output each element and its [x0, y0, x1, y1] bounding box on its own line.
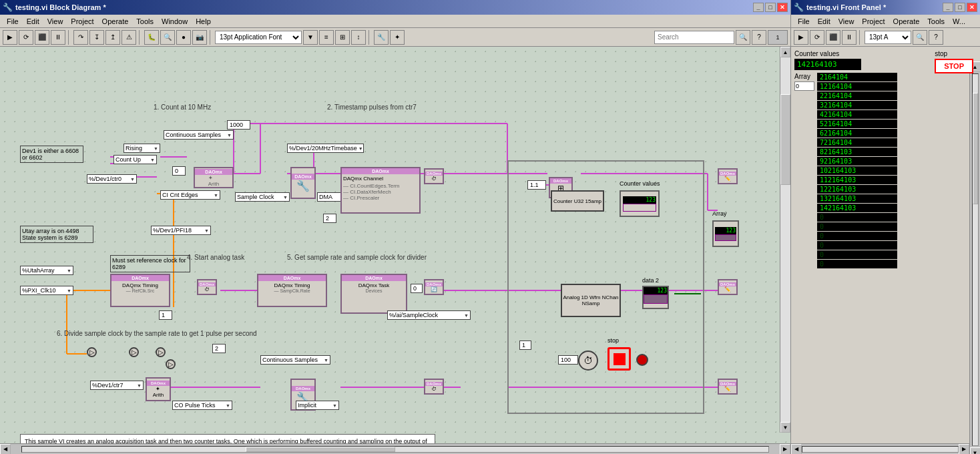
vscroll-down[interactable]: ▼ [780, 422, 790, 433]
array-val-19[interactable]: 0 [817, 250, 897, 259]
array-val-7[interactable]: 72164104 [817, 138, 897, 147]
array-val-3[interactable]: 32164104 [817, 101, 897, 109]
fp-font[interactable]: 13pt A [865, 31, 911, 44]
menu-window[interactable]: Window [158, 16, 192, 27]
num-1000[interactable]: 1000 [227, 120, 250, 130]
num-2[interactable]: 2 [323, 214, 336, 223]
sample-clock[interactable]: Sample Clock ▼ [235, 192, 290, 202]
bd-vscroll[interactable]: ▲ ▼ [780, 47, 790, 433]
daqmx-node-bottom-1[interactable]: DAOmx ✦Arith [146, 377, 171, 401]
array-index[interactable]: 0 [794, 81, 814, 91]
daqmx-node-bottom-3[interactable]: DAOmx ⏱ [424, 379, 444, 395]
run-continuously-button[interactable]: ⟳ [19, 30, 33, 45]
array-display[interactable]: 123 [712, 220, 739, 247]
fp-run-cont[interactable]: ⟳ [810, 30, 824, 45]
num-1-bottom[interactable]: 1 [519, 340, 531, 350]
menu-tools[interactable]: Tools [132, 16, 158, 27]
array-val-17[interactable]: 0 [817, 232, 897, 240]
co-pulse-ticks[interactable]: CO Pulse Ticks ▼ [172, 401, 232, 410]
daqmx-node-bottom-4[interactable]: DAOmx ✏️ [718, 379, 738, 395]
array-val-10[interactable]: 102164103 [817, 166, 897, 175]
extra-btn-1[interactable]: 🔧 [374, 30, 389, 45]
array-val-15[interactable]: 0 [817, 213, 897, 222]
fp-help[interactable]: ? [929, 30, 943, 45]
hscroll-thumb[interactable] [246, 447, 395, 452]
dev1-ctr0[interactable]: %/Dev1/ctr0 ▼ [87, 174, 137, 184]
daqmx-timing-2[interactable]: DAOmx DAQmx Timing — SampClk.Rate [257, 274, 327, 307]
dev1-ctr7[interactable]: %Dev1/ctr7 ▼ [90, 381, 144, 390]
fp-menu-window[interactable]: W... [949, 16, 969, 27]
search-icon[interactable]: 🔍 [736, 30, 750, 45]
rising-enum[interactable]: Rising ▼ [124, 144, 160, 153]
step-over-button[interactable]: ↷ [73, 30, 88, 45]
array-val-12[interactable]: 122164103 [817, 185, 897, 194]
array-val-8[interactable]: 82164103 [817, 148, 897, 156]
bd-hscroll[interactable]: ◀ ▶ [0, 443, 790, 454]
daqmx-timing-1[interactable]: DAOmx DAQmx Timing — RefClk.Src [110, 274, 170, 307]
div-element-1[interactable]: ▷ [87, 347, 97, 357]
menu-help[interactable]: Help [192, 16, 215, 27]
fp-minimize[interactable]: _ [943, 3, 953, 12]
num-0[interactable]: 0 [172, 166, 186, 176]
close-button[interactable]: ✕ [777, 3, 788, 12]
abort-button[interactable]: ⬛ [35, 30, 49, 45]
font-size-up[interactable]: ▼ [303, 30, 318, 45]
div-element-2[interactable]: ▷ [129, 347, 139, 357]
snap-button[interactable]: 📷 [192, 30, 207, 45]
daqmx-node-7[interactable]: DAOmx 🔄 [424, 279, 444, 295]
search-input[interactable] [654, 31, 734, 44]
array-val-6[interactable]: 62164104 [817, 129, 897, 138]
array-val-13[interactable]: 132164103 [817, 194, 897, 203]
step-into-button[interactable]: ↧ [89, 30, 104, 45]
extra-btn-2[interactable]: ✦ [390, 30, 405, 45]
div-element-3[interactable]: ▷ [156, 347, 166, 357]
pause-button[interactable]: ⏸ [51, 30, 65, 45]
fp-menu-edit[interactable]: Edit [814, 16, 834, 27]
debug-button[interactable]: 🐛 [144, 30, 159, 45]
array-val-5[interactable]: 52164104 [817, 120, 897, 128]
fp-menu-project[interactable]: Project [858, 16, 889, 27]
ai-sample-clock[interactable]: %/ai/SampleClock ▼ [387, 310, 471, 320]
menu-operate[interactable]: Operate [98, 16, 133, 27]
daqmx-node-2[interactable]: DAOmx 🔧 [290, 167, 316, 199]
run-button[interactable]: ▶ [3, 30, 17, 45]
array-val-14[interactable]: 142164103 [817, 204, 897, 212]
daqmx-node-5[interactable]: DAOmx ✏️ [718, 168, 738, 184]
menu-project[interactable]: Project [67, 16, 97, 27]
step-out-button[interactable]: ↥ [105, 30, 120, 45]
dist-button[interactable]: ⊞ [335, 30, 350, 45]
align-button[interactable]: ≡ [319, 30, 334, 45]
fp-menu-tools[interactable]: Tools [923, 16, 949, 27]
warn-button[interactable]: ⚠ [121, 30, 136, 45]
menu-view[interactable]: View [43, 16, 67, 27]
fp-zoom[interactable]: 🔍 [913, 30, 927, 45]
daqmx-node-1[interactable]: DAOmx ✦Arith [194, 167, 234, 188]
ci-cnt-edges[interactable]: CI Cnt Edges ▼ [160, 190, 220, 200]
fp-hscroll[interactable]: ◀ ▶ [791, 443, 969, 454]
num-0-2[interactable]: 0 [411, 284, 423, 293]
fp-menu-view[interactable]: View [834, 16, 859, 27]
array-val-11[interactable]: 112164103 [817, 176, 897, 184]
daqmx-channel-block[interactable]: DAOmx DAQmx Channel — CI.CountEdges.Term… [340, 167, 421, 214]
fp-vscroll-down[interactable]: ▼ [970, 447, 981, 454]
array-val-9[interactable]: 92164103 [817, 157, 897, 166]
probe-button[interactable]: 🔍 [160, 30, 175, 45]
minimize-button[interactable]: _ [753, 3, 764, 12]
array-val-0[interactable]: 2164104 [817, 73, 897, 81]
hscroll-track[interactable] [21, 446, 769, 453]
hscroll-right[interactable]: ▶ [780, 444, 790, 455]
count-up-enum[interactable]: Count Up ▼ [113, 155, 157, 164]
array-val-20[interactable]: 0 [817, 260, 897, 268]
fp-menu-file[interactable]: File [794, 16, 814, 27]
fp-pause[interactable]: ⏸ [842, 30, 856, 45]
font-selector[interactable]: 13pt Application Font [215, 31, 302, 44]
dev1-pfi18[interactable]: %/Dev1/PFI18 ▼ [151, 226, 211, 235]
fp-close[interactable]: ✕ [967, 3, 977, 12]
menu-file[interactable]: File [3, 16, 23, 27]
help-icon[interactable]: ? [752, 30, 766, 45]
continuous-samples-1[interactable]: Continuous Samples ▼ [164, 130, 234, 140]
array-val-2[interactable]: 22164104 [817, 91, 897, 100]
vscroll-track[interactable] [780, 57, 790, 422]
vscroll-up[interactable]: ▲ [780, 47, 790, 57]
continuous-samples-2[interactable]: Continuous Samples ▼ [260, 355, 330, 365]
